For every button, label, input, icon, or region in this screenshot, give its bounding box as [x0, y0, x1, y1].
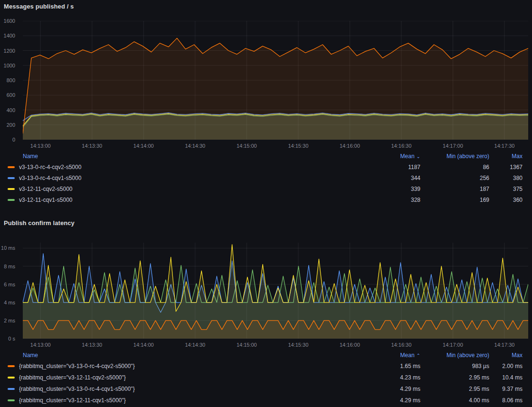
legend-max-value: 380 [489, 175, 522, 181]
legend-row[interactable]: v3-12-11-cqv1-s5000328169360 [0, 194, 532, 205]
x-tick-label: 14:17:00 [434, 341, 472, 348]
legend-header-mean[interactable]: Mean⌄ [359, 153, 420, 160]
y-tick-label: 1200 [4, 47, 15, 54]
legend-series-name[interactable]: v3-13-0-rc-4-cqv1-s5000 [19, 175, 359, 181]
x-tick-label: 14:14:30 [176, 341, 214, 348]
panel-messages-published: Messages published / s 02004006008001000… [0, 0, 532, 212]
y-tick-label: 1400 [4, 32, 15, 39]
series-color-icon[interactable] [8, 166, 15, 168]
legend-mean-value: 339 [359, 186, 420, 192]
sort-caret-icon: ⌃ [417, 353, 420, 358]
legend-header-max[interactable]: Max [489, 153, 522, 160]
x-tick-label: 14:16:30 [382, 341, 420, 348]
legend-header-mean-label: Mean [400, 352, 415, 359]
legend-series-name[interactable]: v3-12-11-cqv2-s5000 [19, 186, 359, 192]
legend-row[interactable]: v3-13-0-rc-4-cqv1-s5000344256380 [0, 172, 532, 183]
sort-caret-icon: ⌄ [417, 154, 420, 159]
x-tick-label: 14:13:00 [21, 341, 59, 348]
y-tick-label: 400 [7, 107, 15, 114]
series-color-icon[interactable] [8, 388, 15, 390]
x-tick-label: 14:17:30 [485, 142, 523, 149]
x-tick-label: 14:14:00 [124, 142, 162, 149]
legend-series-name[interactable]: {rabbitmq_cluster="v3-13-0-rc-4-cqv1-s50… [19, 386, 359, 392]
y-tick-label: 600 [7, 92, 15, 98]
panel-title: Publish confirm latency [4, 219, 75, 227]
x-tick-label: 14:15:00 [228, 142, 266, 149]
series-color-icon[interactable] [8, 377, 15, 379]
series-color-icon[interactable] [8, 399, 15, 401]
legend-mean-value: 344 [359, 175, 420, 181]
legend-min-value: 4.00 ms [420, 397, 489, 404]
x-axis-labels: 14:13:0014:13:3014:14:0014:14:3014:15:00… [23, 341, 528, 349]
y-tick-label: 2 ms [4, 317, 15, 324]
x-tick-label: 14:14:00 [124, 341, 162, 348]
legend-max-value: 375 [489, 186, 522, 192]
legend-series-name[interactable]: {rabbitmq_cluster="v3-13-0-rc-4-cqv2-s50… [19, 363, 359, 369]
y-tick-label: 0 s [8, 335, 15, 342]
legend-min-value: 169 [420, 197, 489, 203]
legend-series-name[interactable]: {rabbitmq_cluster="v3-12-11-cqv1-s5000"} [19, 397, 359, 404]
legend-header-name[interactable]: Name [23, 153, 359, 160]
legend-table: Name Mean⌃ Min (above zero) Max {rabbitm… [0, 350, 532, 406]
legend-header-max[interactable]: Max [489, 352, 522, 359]
x-tick-label: 14:17:30 [485, 341, 523, 348]
legend-series-name[interactable]: v3-12-11-cqv1-s5000 [19, 197, 359, 203]
legend-header: Name Mean⌃ Min (above zero) Max [0, 350, 532, 360]
y-tick-label: 10 ms [1, 245, 15, 251]
panel-title: Messages published / s [4, 3, 74, 10]
legend-max-value: 360 [489, 197, 522, 203]
legend-series-name[interactable]: v3-13-0-rc-4-cqv2-s5000 [19, 164, 359, 170]
legend-mean-value: 1187 [359, 164, 420, 170]
legend-series-name[interactable]: {rabbitmq_cluster="v3-12-11-cqv2-s5000"} [19, 374, 359, 381]
y-tick-label: 4 ms [4, 299, 15, 306]
series-color-icon[interactable] [8, 177, 15, 179]
legend-header-mean-label: Mean [400, 153, 415, 160]
legend-table: Name Mean⌄ Min (above zero) Max v3-13-0-… [0, 151, 532, 205]
legend-row[interactable]: {rabbitmq_cluster="v3-13-0-rc-4-cqv2-s50… [0, 360, 532, 372]
series-color-icon[interactable] [8, 199, 15, 201]
legend-min-value: 2.95 ms [420, 374, 489, 381]
legend-row[interactable]: {rabbitmq_cluster="v3-12-11-cqv1-s5000"}… [0, 395, 532, 406]
legend-row[interactable]: v3-13-0-rc-4-cqv2-s50001187861367 [0, 161, 532, 172]
x-tick-label: 14:16:00 [331, 142, 369, 149]
chart-canvas [23, 21, 528, 140]
y-tick-label: 1000 [4, 62, 15, 69]
x-tick-label: 14:13:30 [73, 142, 111, 149]
legend-header-min[interactable]: Min (above zero) [420, 352, 489, 359]
legend-row[interactable]: v3-12-11-cqv2-s5000339187375 [0, 183, 532, 194]
legend-row[interactable]: {rabbitmq_cluster="v3-12-11-cqv2-s5000"}… [0, 372, 532, 383]
timeseries-plot[interactable] [23, 21, 528, 140]
legend-max-value: 10.4 ms [489, 374, 522, 381]
x-tick-label: 14:16:30 [382, 142, 420, 149]
x-tick-label: 14:15:00 [228, 341, 266, 348]
y-axis-labels: 0 s2 ms4 ms6 ms8 ms10 ms [0, 243, 19, 339]
x-tick-label: 14:17:00 [434, 142, 472, 149]
y-tick-label: 1600 [4, 18, 15, 24]
legend-header-name[interactable]: Name [23, 352, 359, 359]
legend-max-value: 8.06 ms [489, 397, 522, 404]
y-tick-label: 6 ms [4, 281, 15, 288]
legend-min-value: 2.95 ms [420, 386, 489, 392]
legend-header-mean[interactable]: Mean⌃ [359, 352, 420, 359]
legend-rows: {rabbitmq_cluster="v3-13-0-rc-4-cqv2-s50… [0, 360, 532, 406]
x-tick-label: 14:16:00 [331, 341, 369, 348]
legend-mean-value: 4.23 ms [359, 374, 420, 381]
legend-max-value: 2.00 ms [489, 363, 522, 369]
y-tick-label: 800 [7, 77, 15, 84]
series-color-icon[interactable] [8, 365, 15, 367]
legend-row[interactable]: {rabbitmq_cluster="v3-13-0-rc-4-cqv1-s50… [0, 383, 532, 395]
legend-header-min[interactable]: Min (above zero) [420, 153, 489, 160]
legend-mean-value: 4.29 ms [359, 397, 420, 404]
series-color-icon[interactable] [8, 188, 15, 190]
legend-max-value: 1367 [489, 164, 522, 170]
x-tick-label: 14:15:30 [279, 341, 317, 348]
x-tick-label: 14:15:30 [279, 142, 317, 149]
y-tick-label: 200 [7, 122, 15, 128]
x-tick-label: 14:14:30 [176, 142, 214, 149]
timeseries-plot[interactable] [23, 243, 528, 339]
legend-mean-value: 328 [359, 197, 420, 203]
legend-min-value: 86 [420, 164, 489, 170]
legend-header: Name Mean⌄ Min (above zero) Max [0, 151, 532, 161]
y-axis-labels: 02004006008001000120014001600 [0, 21, 19, 140]
legend-min-value: 256 [420, 175, 489, 181]
